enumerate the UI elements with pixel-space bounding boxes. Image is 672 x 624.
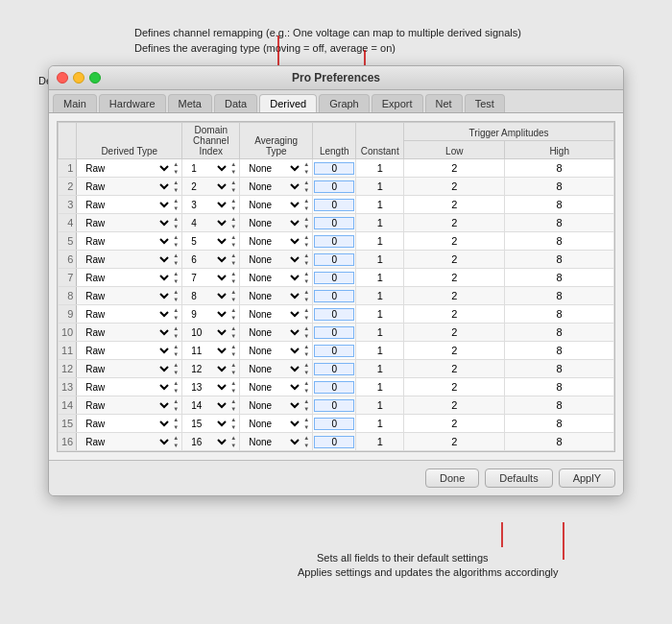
cell-domain[interactable]: 4 ▲▼: [182, 214, 240, 232]
tab-main[interactable]: Main: [53, 94, 97, 112]
domain-select[interactable]: 6: [185, 253, 229, 266]
cell-domain[interactable]: 10 ▲▼: [182, 324, 240, 342]
tab-meta[interactable]: Meta: [168, 94, 212, 112]
cell-type[interactable]: RawDerived ▲▼: [77, 415, 182, 433]
cell-avg[interactable]: NoneMovingAverage ▲▼: [240, 433, 313, 451]
avg-select[interactable]: NoneMovingAverage: [243, 162, 302, 175]
cell-domain[interactable]: 15 ▲▼: [182, 415, 240, 433]
type-select[interactable]: RawDerived: [80, 217, 172, 229]
cell-type[interactable]: RawDerived ▲▼: [77, 433, 182, 451]
domain-select[interactable]: 3: [185, 199, 229, 211]
cell-avg[interactable]: NoneMovingAverage ▲▼: [240, 378, 313, 396]
domain-select[interactable]: 12: [185, 363, 229, 375]
avg-select[interactable]: NoneMovingAverage: [243, 399, 302, 412]
domain-select[interactable]: 5: [185, 235, 229, 248]
avg-select[interactable]: NoneMovingAverage: [243, 217, 302, 229]
apply-button[interactable]: ApplY: [559, 468, 615, 488]
avg-select[interactable]: NoneMovingAverage: [243, 290, 302, 302]
cell-length[interactable]: [313, 196, 356, 214]
tab-net[interactable]: Net: [425, 94, 463, 112]
cell-avg[interactable]: NoneMovingAverage ▲▼: [240, 342, 313, 360]
type-select[interactable]: RawDerived: [80, 235, 172, 248]
domain-select[interactable]: 15: [185, 418, 229, 430]
domain-select[interactable]: 8: [185, 290, 229, 302]
avg-select[interactable]: NoneMovingAverage: [243, 180, 302, 193]
cell-type[interactable]: RawDerived ▲▼: [77, 196, 182, 214]
length-input[interactable]: [314, 199, 354, 211]
cell-type[interactable]: RawDerived ▲▼: [77, 251, 182, 269]
domain-select[interactable]: 7: [185, 272, 229, 284]
domain-select[interactable]: 10: [185, 326, 229, 339]
cell-type[interactable]: RawDerived ▲▼: [77, 342, 182, 360]
length-input[interactable]: [314, 272, 354, 284]
cell-length[interactable]: [313, 433, 356, 451]
type-select[interactable]: RawDerived: [80, 308, 172, 321]
avg-select[interactable]: NoneMovingAverage: [243, 381, 302, 394]
maximize-button[interactable]: [89, 72, 101, 84]
cell-domain[interactable]: 7 ▲▼: [182, 269, 240, 287]
cell-length[interactable]: [313, 287, 356, 305]
cell-length[interactable]: [313, 159, 356, 178]
type-select[interactable]: RawDerived: [80, 272, 172, 284]
domain-select[interactable]: 11: [185, 345, 229, 357]
type-select[interactable]: RawDerived: [80, 180, 172, 193]
cell-avg[interactable]: NoneMovingAverage ▲▼: [240, 287, 313, 305]
cell-avg[interactable]: NoneMovingAverage ▲▼: [240, 251, 313, 269]
avg-select[interactable]: NoneMovingAverage: [243, 235, 302, 248]
cell-avg[interactable]: NoneMovingAverage ▲▼: [240, 232, 313, 251]
cell-domain[interactable]: 5 ▲▼: [182, 232, 240, 251]
cell-length[interactable]: [313, 269, 356, 287]
cell-type[interactable]: RawDerived ▲▼: [77, 269, 182, 287]
cell-type[interactable]: RawDerived ▲▼: [77, 324, 182, 342]
cell-avg[interactable]: NoneMovingAverage ▲▼: [240, 178, 313, 196]
tab-hardware[interactable]: Hardware: [99, 94, 166, 112]
length-input[interactable]: [314, 345, 354, 357]
cell-type[interactable]: RawDerived ▲▼: [77, 287, 182, 305]
cell-avg[interactable]: NoneMovingAverage ▲▼: [240, 396, 313, 415]
type-select[interactable]: RawDerived: [80, 345, 172, 357]
avg-select[interactable]: NoneMovingAverage: [243, 272, 302, 284]
avg-select[interactable]: NoneMovingAverage: [243, 308, 302, 321]
type-select[interactable]: RawDerived: [80, 381, 172, 394]
cell-length[interactable]: [313, 396, 356, 415]
length-input[interactable]: [314, 436, 354, 448]
length-input[interactable]: [314, 308, 354, 321]
cell-domain[interactable]: 1 ▲▼: [182, 159, 240, 178]
length-input[interactable]: [314, 253, 354, 266]
cell-domain[interactable]: 14 ▲▼: [182, 396, 240, 415]
tab-graph[interactable]: Graph: [319, 94, 370, 112]
length-input[interactable]: [314, 418, 354, 430]
domain-select[interactable]: 2: [185, 180, 229, 193]
cell-domain[interactable]: 16 ▲▼: [182, 433, 240, 451]
length-input[interactable]: [314, 180, 354, 193]
cell-type[interactable]: RawDerived ▲▼: [77, 159, 182, 178]
cell-domain[interactable]: 3 ▲▼: [182, 196, 240, 214]
domain-select[interactable]: 13: [185, 381, 229, 394]
type-select[interactable]: RawDerived: [80, 326, 172, 339]
cell-type[interactable]: RawDerived ▲▼: [77, 232, 182, 251]
cell-length[interactable]: [313, 324, 356, 342]
tab-derived[interactable]: Derived: [259, 94, 317, 112]
length-input[interactable]: [314, 363, 354, 375]
cell-type[interactable]: RawDerived ▲▼: [77, 396, 182, 415]
avg-select[interactable]: NoneMovingAverage: [243, 418, 302, 430]
cell-length[interactable]: [313, 378, 356, 396]
type-select[interactable]: RawDerived: [80, 399, 172, 412]
cell-length[interactable]: [313, 214, 356, 232]
type-select[interactable]: RawDerived: [80, 290, 172, 302]
cell-length[interactable]: [313, 232, 356, 251]
cell-avg[interactable]: NoneMovingAverage ▲▼: [240, 415, 313, 433]
cell-domain[interactable]: 13 ▲▼: [182, 378, 240, 396]
domain-select[interactable]: 14: [185, 399, 229, 412]
cell-avg[interactable]: NoneMovingAverage ▲▼: [240, 214, 313, 232]
length-input[interactable]: [314, 162, 354, 175]
type-select[interactable]: RawDerived: [80, 253, 172, 266]
cell-type[interactable]: RawDerived ▲▼: [77, 360, 182, 378]
cell-length[interactable]: [313, 251, 356, 269]
done-button[interactable]: Done: [425, 468, 479, 488]
cell-length[interactable]: [313, 178, 356, 196]
cell-domain[interactable]: 9 ▲▼: [182, 305, 240, 324]
cell-avg[interactable]: NoneMovingAverage ▲▼: [240, 360, 313, 378]
type-select[interactable]: RawDerived: [80, 363, 172, 375]
cell-type[interactable]: RawDerived ▲▼: [77, 378, 182, 396]
